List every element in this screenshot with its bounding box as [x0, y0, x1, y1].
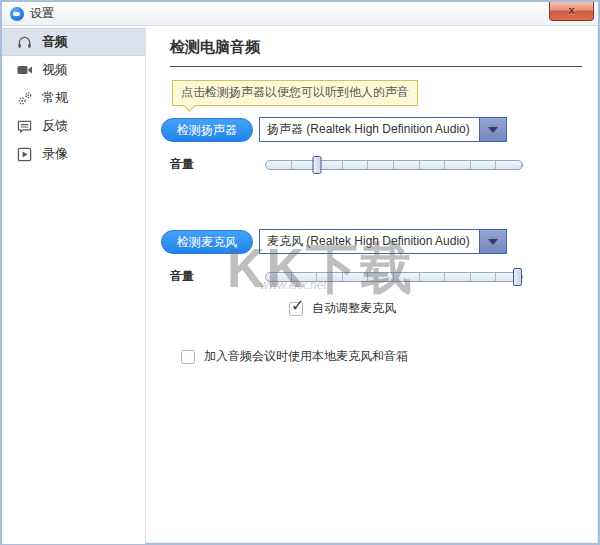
window-body: 音频 视频 常规: [2, 26, 598, 544]
sidebar-item-recording[interactable]: 录像: [2, 140, 145, 168]
auto-adjust-mic-label[interactable]: 自动调整麦克风: [312, 300, 396, 317]
feedback-bubble-icon: [16, 118, 33, 134]
sidebar-item-label: 反馈: [42, 117, 68, 135]
window-title: 设置: [30, 5, 54, 22]
microphone-device-select[interactable]: 麦克风 (Realtek High Definition Audio): [259, 229, 507, 254]
microphone-device-value: 麦克风 (Realtek High Definition Audio): [260, 230, 479, 253]
join-audio-option-row: 加入音频会议时使用本地麦克风和音箱: [181, 348, 584, 365]
chevron-down-icon: [488, 127, 498, 133]
auto-adjust-mic-checkbox[interactable]: ✓: [289, 302, 303, 316]
page-title: 检测电脑音频: [170, 38, 582, 67]
speaker-device-row: 检测扬声器 扬声器 (Realtek High Definition Audio…: [161, 117, 584, 142]
speaker-dropdown-arrow-button[interactable]: [479, 118, 506, 141]
title-bar: 设置 x: [2, 2, 598, 26]
microphone-volume-slider[interactable]: [265, 272, 523, 282]
microphone-dropdown-arrow-button[interactable]: [479, 230, 506, 253]
sidebar: 音频 视频 常规: [2, 26, 146, 544]
speaker-volume-slider[interactable]: [265, 160, 523, 170]
test-speaker-button[interactable]: 检测扬声器: [161, 118, 253, 142]
sidebar-item-general[interactable]: 常规: [2, 84, 145, 112]
speaker-volume-row: 音量: [170, 156, 584, 173]
join-audio-checkbox[interactable]: [181, 350, 195, 364]
microphone-volume-label: 音量: [170, 268, 265, 285]
test-microphone-button[interactable]: 检测麦克风: [161, 230, 253, 254]
speaker-volume-label: 音量: [170, 156, 265, 173]
close-button[interactable]: x: [549, 2, 594, 21]
microphone-volume-thumb[interactable]: [513, 268, 522, 286]
app-logo-icon: [10, 7, 24, 21]
video-camera-icon: [16, 62, 33, 78]
audio-settings-pane: 检测电脑音频 点击检测扬声器以便您可以听到他人的声音 检测扬声器 扬声器 (Re…: [146, 26, 598, 544]
auto-adjust-mic-row: ✓ 自动调整麦克风: [289, 300, 584, 317]
sidebar-item-label: 常规: [42, 89, 68, 107]
chevron-down-icon: [488, 239, 498, 245]
speaker-volume-thumb[interactable]: [313, 156, 322, 174]
sidebar-item-video[interactable]: 视频: [2, 56, 145, 84]
speaker-test-tooltip: 点击检测扬声器以便您可以听到他人的声音: [172, 80, 418, 106]
settings-window: 设置 x 音频 视频: [0, 0, 600, 545]
sidebar-item-label: 录像: [42, 145, 68, 163]
speaker-device-value: 扬声器 (Realtek High Definition Audio): [260, 118, 479, 141]
checkmark-icon: ✓: [291, 296, 304, 315]
microphone-device-row: 检测麦克风 麦克风 (Realtek High Definition Audio…: [161, 229, 584, 254]
join-audio-label[interactable]: 加入音频会议时使用本地麦克风和音箱: [204, 348, 408, 365]
speaker-device-select[interactable]: 扬声器 (Realtek High Definition Audio): [259, 117, 507, 142]
sidebar-item-audio[interactable]: 音频: [2, 28, 145, 56]
sidebar-item-label: 音频: [42, 33, 68, 51]
recording-play-icon: [16, 146, 33, 162]
sidebar-item-label: 视频: [42, 61, 68, 79]
gears-icon: [16, 90, 33, 106]
headphones-icon: [16, 34, 33, 50]
sidebar-item-feedback[interactable]: 反馈: [2, 112, 145, 140]
microphone-volume-row: 音量: [170, 268, 584, 285]
